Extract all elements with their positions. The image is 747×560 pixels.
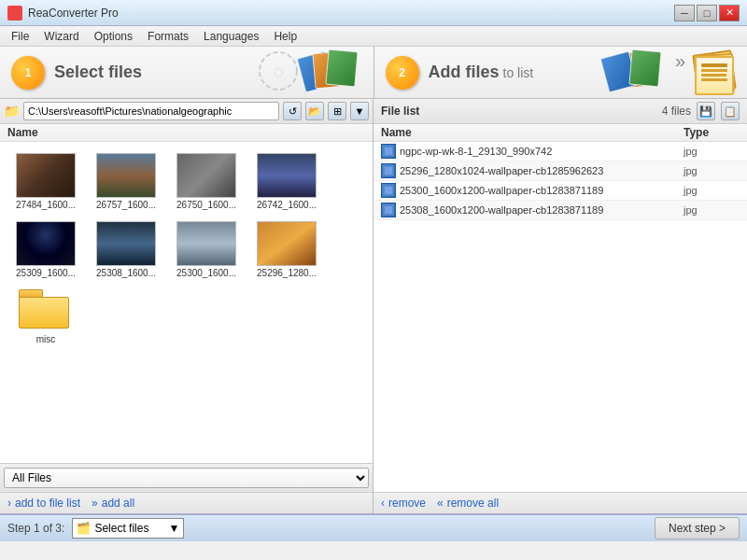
step2-title: Add files	[429, 63, 500, 82]
main-content: 1 Select files ◌ 2 Ad	[0, 47, 747, 513]
view-button[interactable]: ⊞	[328, 102, 346, 120]
svg-rect-3	[385, 147, 392, 155]
menu-languages[interactable]: Languages	[196, 28, 266, 45]
address-bar: 📁 ↺ 📂 ⊞ ▼	[0, 99, 373, 124]
filter-select[interactable]: All Files	[4, 468, 369, 488]
file-list-header: File list 4 files 💾 📋	[374, 99, 747, 124]
chevron-double-left-icon: «	[437, 497, 444, 510]
app-icon	[7, 6, 22, 21]
file-table: ngpc-wp-wk-8-1_29130_990x742 jpg 25296_1…	[374, 142, 747, 492]
select-files-icon: ◌	[258, 50, 299, 91]
left-panel: 📁 ↺ 📂 ⊞ ▼ Name 27484_1600...	[0, 99, 374, 513]
app-title: ReaConverter Pro	[28, 7, 674, 20]
step2-image-fan	[604, 50, 669, 91]
fan-card-c	[628, 49, 661, 88]
file-grid[interactable]: 27484_1600... 26757_1600... 26750_1600..…	[0, 142, 373, 463]
browse-button[interactable]: 📂	[305, 102, 324, 120]
step-headers: 1 Select files ◌ 2 Ad	[0, 47, 747, 99]
menu-wizard[interactable]: Wizard	[36, 28, 86, 45]
file-item[interactable]: 25300_1600...	[168, 217, 245, 282]
action-buttons: › add to file list » add all	[0, 492, 373, 513]
file-item[interactable]: 25308_1600...	[88, 217, 164, 282]
step2-icon-area: »	[604, 50, 740, 95]
file-name: 26757_1600...	[96, 200, 156, 210]
menu-options[interactable]: Options	[87, 28, 140, 45]
refresh-button[interactable]: ↺	[283, 102, 302, 120]
step2-circle: 2	[386, 56, 419, 90]
file-type-icon	[381, 144, 396, 159]
file-name: 25296_1280x1024-wallpaper-cb1285962623	[400, 165, 684, 176]
minimize-button[interactable]: ─	[674, 5, 695, 21]
menu-file[interactable]: File	[4, 28, 36, 45]
thumbnail	[96, 221, 156, 266]
file-item[interactable]: 26742_1600...	[248, 149, 325, 214]
menu-help[interactable]: Help	[266, 28, 304, 45]
table-row[interactable]: 25300_1600x1200-wallpaper-cb1283871189 j…	[374, 181, 747, 201]
step-indicator: Step 1 of 3:	[7, 522, 64, 535]
thumbnail	[257, 153, 317, 198]
title-bar: ReaConverter Pro ─ □ ✕	[0, 0, 747, 26]
file-type-icon	[381, 163, 396, 178]
fan-card-3	[325, 49, 358, 88]
file-name: 26750_1600...	[176, 200, 236, 210]
address-input[interactable]	[23, 102, 279, 120]
folder-icon: 📁	[4, 104, 20, 119]
filter-bar: All Files	[0, 463, 373, 492]
close-button[interactable]: ✕	[719, 5, 740, 21]
file-type: jpg	[684, 146, 740, 157]
file-item[interactable]: 25309_1600...	[7, 217, 84, 282]
thumbnail	[257, 221, 317, 266]
right-panel: File list 4 files 💾 📋 Name Type	[374, 99, 747, 513]
remove-button[interactable]: ‹ remove	[381, 497, 426, 510]
folder-name: misc	[36, 334, 56, 344]
step2-subtitle: to list	[503, 65, 534, 80]
folder-icon-thumb	[19, 289, 73, 332]
thumbnail	[176, 221, 236, 266]
file-item[interactable]: 25296_1280...	[248, 217, 325, 282]
file-item[interactable]: 27484_1600...	[7, 149, 84, 214]
table-row[interactable]: ngpc-wp-wk-8-1_29130_990x742 jpg	[374, 142, 747, 161]
step2-header: 2 Add files to list »	[374, 47, 748, 98]
menu-formats[interactable]: Formats	[140, 28, 196, 45]
step1-title: Select files	[54, 63, 142, 82]
svg-rect-7	[385, 187, 392, 194]
chevron-double-right-icon: »	[92, 497, 98, 510]
step-dropdown[interactable]: 🗂️ Select files ▼	[72, 518, 184, 539]
folder-item[interactable]: misc	[7, 286, 84, 348]
file-name: 25300_1600x1200-wallpaper-cb1283871189	[400, 185, 684, 196]
col-name-header: Name	[381, 126, 684, 139]
load-list-button[interactable]: 📋	[721, 102, 740, 120]
table-row[interactable]: 25296_1280x1024-wallpaper-cb1285962623 j…	[374, 161, 747, 181]
file-name: 25308_1600x1200-wallpaper-cb1283871189	[400, 204, 684, 216]
file-name: 25308_1600...	[96, 268, 156, 278]
file-type-icon	[381, 183, 396, 198]
left-col-header: Name	[0, 124, 373, 142]
step1-header: 1 Select files ◌	[0, 47, 374, 98]
dropdown-arrow-icon: ▼	[169, 522, 180, 535]
maximize-button[interactable]: □	[697, 5, 717, 21]
svg-text:◌: ◌	[274, 65, 283, 78]
next-step-button[interactable]: Next step >	[655, 517, 740, 539]
add-all-button[interactable]: » add all	[92, 497, 134, 510]
file-item[interactable]: 26757_1600...	[88, 149, 164, 214]
add-to-list-button[interactable]: › add to file list	[7, 497, 80, 510]
file-name: 26742_1600...	[257, 200, 317, 210]
panels: 📁 ↺ 📂 ⊞ ▼ Name 27484_1600...	[0, 99, 747, 513]
remove-all-button[interactable]: « remove all	[437, 497, 499, 510]
file-item[interactable]: 26750_1600...	[168, 149, 245, 214]
view-dropdown[interactable]: ▼	[350, 102, 369, 120]
thumbnail	[16, 221, 76, 266]
file-type: jpg	[684, 185, 740, 196]
file-type: jpg	[684, 204, 740, 216]
remove-buttons: ‹ remove « remove all	[374, 492, 747, 513]
file-name: ngpc-wp-wk-8-1_29130_990x742	[400, 146, 684, 157]
table-row[interactable]: 25308_1600x1200-wallpaper-cb1283871189 j…	[374, 201, 747, 220]
status-bar: Step 1 of 3: 🗂️ Select files ▼ Next step…	[0, 513, 747, 541]
save-list-button[interactable]: 💾	[697, 102, 715, 120]
file-name: 25296_1280...	[257, 268, 317, 278]
file-count: 4 files	[662, 105, 691, 118]
step-dropdown-label: Select files	[94, 522, 148, 535]
step-dropdown-icon: 🗂️	[77, 522, 91, 535]
file-name: 25300_1600...	[176, 268, 236, 278]
thumbnail	[176, 153, 236, 198]
